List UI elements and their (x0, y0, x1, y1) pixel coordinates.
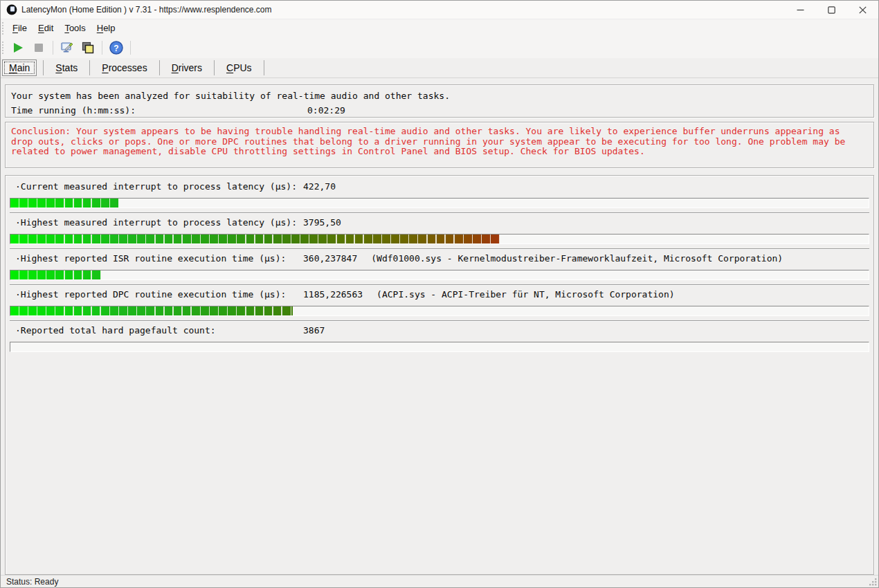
pagefault-count-value: 3867 (303, 326, 338, 336)
pagefault-count-label: ·Reported total hard pagefault count: (15, 325, 216, 336)
highest-latency-bar (10, 234, 869, 244)
status-bar: Status: Ready (1, 575, 878, 587)
meter-row-label: ·Highest measured interrupt to process l… (10, 218, 869, 228)
conclusion-text-line: Conclusion: Your system appears to be ha… (11, 127, 868, 137)
row-divider (10, 320, 869, 322)
isr-time-value: 360,237847(Wdf01000.sys - Kernelmodustre… (303, 254, 783, 264)
meter-row-label: ·Reported total hard pagefault count: 38… (10, 326, 869, 336)
tab-separator (159, 60, 160, 75)
copy-report-icon (80, 40, 96, 55)
tab-separator (43, 60, 44, 75)
current-latency-bar (10, 198, 869, 208)
start-monitor-button[interactable] (9, 39, 27, 57)
meter-row-label: ·Highest reported ISR routine execution … (10, 254, 869, 264)
tab-bar: Main Stats Processes Drivers CPUs (1, 58, 878, 78)
time-running-value: 0:02:29 (307, 103, 345, 118)
row-divider (10, 284, 869, 286)
close-button[interactable] (847, 1, 878, 19)
options-button[interactable] (58, 39, 76, 57)
isr-time-label: ·Highest reported ISR routine execution … (15, 253, 286, 264)
menu-edit[interactable]: Edit (33, 21, 58, 35)
meter-row-label: ·Highest reported DPC routine execution … (10, 290, 869, 300)
dpc-time-label: ·Highest reported DPC routine execution … (15, 289, 286, 300)
toolbar: ? (1, 37, 878, 58)
toolbar-band-grip[interactable] (2, 42, 5, 54)
help-icon: ? (109, 40, 124, 55)
resize-grip-icon[interactable] (868, 577, 878, 587)
isr-time-bar (10, 270, 869, 280)
conclusion-box: Conclusion: Your system appears to be ha… (5, 122, 874, 168)
maximize-icon (828, 6, 835, 14)
tab-separator (214, 60, 215, 75)
menu-band-grip[interactable] (2, 22, 5, 35)
close-icon (859, 6, 867, 14)
window-title: LatencyMon (Home Edition ) v 7.31 - http… (21, 5, 272, 15)
time-running-row: Time running (h:mm:ss): 0:02:29 (11, 103, 868, 118)
current-latency-value: 422,70 (303, 182, 350, 192)
meters-box: ·Current measured interrupt to process l… (5, 175, 874, 575)
svg-text:?: ? (114, 43, 118, 53)
maximize-button[interactable] (816, 1, 847, 19)
main-panel: Your system has been analyzed for suitab… (1, 78, 878, 575)
copy-report-button[interactable] (79, 39, 97, 57)
tab-separator (264, 60, 264, 75)
stop-icon (35, 44, 43, 52)
meter-row-label: ·Current measured interrupt to process l… (10, 182, 869, 192)
latencymon-window: LatencyMon (Home Edition ) v 7.31 - http… (0, 0, 879, 588)
dpc-time-bar (10, 306, 869, 316)
time-running-label: Time running (h:mm:ss): (11, 105, 136, 116)
status-text: Status: Ready (6, 577, 58, 587)
dpc-time-value: 1185,226563(ACPI.sys - ACPI-Treiber für … (303, 290, 675, 300)
minimize-icon (797, 6, 804, 14)
tab-drivers[interactable]: Drivers (163, 60, 210, 75)
menu-tools[interactable]: Tools (60, 21, 90, 35)
stop-monitor-button[interactable] (30, 39, 48, 57)
tab-processes[interactable]: Processes (93, 60, 155, 75)
app-icon (6, 4, 17, 15)
toolbar-separator (130, 41, 131, 55)
play-icon (14, 43, 23, 53)
pagefault-count-bar (10, 342, 869, 352)
menu-file[interactable]: File (8, 21, 32, 35)
menu-bar: File Edit Tools Help (1, 19, 878, 37)
highest-latency-label: ·Highest measured interrupt to process l… (15, 217, 297, 228)
minimize-button[interactable] (785, 1, 816, 19)
highest-latency-value: 3795,50 (303, 218, 355, 228)
current-latency-label: ·Current measured interrupt to process l… (15, 181, 297, 192)
tab-main[interactable]: Main (2, 59, 37, 76)
tab-stats[interactable]: Stats (47, 60, 86, 75)
conclusion-text-line: related to power management, disable CPU… (11, 147, 868, 157)
title-bar: LatencyMon (Home Edition ) v 7.31 - http… (1, 1, 878, 19)
tab-cpus[interactable]: CPUs (218, 60, 260, 75)
analysis-summary-text: Your system has been analyzed for suitab… (11, 89, 868, 103)
help-button[interactable]: ? (107, 39, 125, 57)
toolbar-separator (53, 41, 53, 55)
row-divider (10, 212, 869, 214)
analysis-info-box: Your system has been analyzed for suitab… (5, 84, 874, 118)
options-icon (60, 40, 75, 55)
toolbar-separator (102, 41, 102, 55)
tab-separator (89, 60, 90, 75)
menu-help[interactable]: Help (92, 21, 120, 35)
row-divider (10, 248, 869, 250)
conclusion-text-line: drop outs, clicks or pops. One or more D… (11, 137, 868, 147)
